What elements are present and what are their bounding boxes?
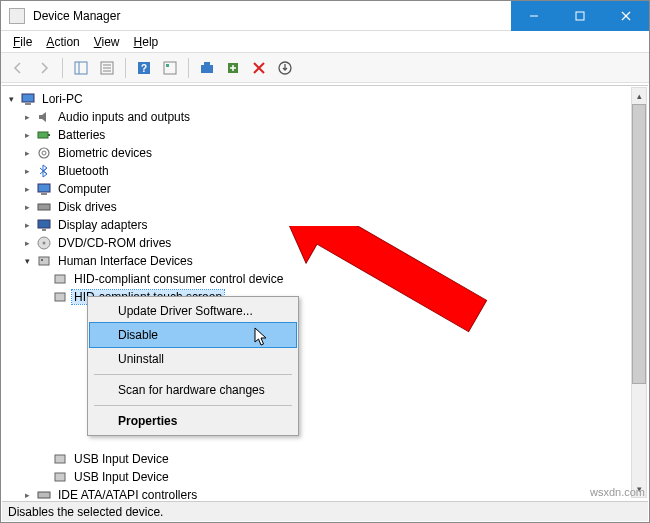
computer-icon (36, 181, 52, 197)
menu-uninstall[interactable]: Uninstall (90, 347, 296, 371)
menu-file[interactable]: File (7, 33, 38, 51)
disable-button[interactable] (248, 57, 270, 79)
tree-category-batteries[interactable]: Batteries (4, 126, 646, 144)
expand-icon[interactable] (20, 164, 34, 178)
uninstall-button[interactable] (274, 57, 296, 79)
ide-icon (36, 487, 52, 500)
svg-rect-25 (41, 193, 47, 195)
display-icon (36, 217, 52, 233)
menu-item-label: Properties (118, 414, 177, 428)
tree-category-ide[interactable]: IDE ATA/ATAPI controllers (4, 486, 646, 500)
svg-rect-18 (22, 94, 34, 102)
expand-icon[interactable] (20, 218, 34, 232)
computer-icon (20, 91, 36, 107)
svg-rect-13 (166, 64, 169, 67)
hid-device-icon (52, 271, 68, 287)
close-button[interactable] (603, 1, 649, 31)
svg-rect-21 (48, 134, 50, 136)
svg-rect-26 (38, 204, 50, 210)
svg-rect-28 (42, 229, 46, 231)
category-label: Audio inputs and outputs (56, 110, 192, 124)
expand-icon[interactable] (4, 92, 18, 106)
tree-category-bluetooth[interactable]: Bluetooth (4, 162, 646, 180)
tree-category-disk[interactable]: Disk drives (4, 198, 646, 216)
category-label: Disk drives (56, 200, 119, 214)
titlebar: Device Manager (1, 1, 649, 31)
expand-icon[interactable] (20, 488, 34, 500)
category-label: DVD/CD-ROM drives (56, 236, 173, 250)
svg-rect-4 (75, 62, 87, 74)
svg-text:?: ? (141, 63, 147, 74)
action-button[interactable] (159, 57, 181, 79)
show-hide-tree-button[interactable] (70, 57, 92, 79)
tree-device-usb-input[interactable]: USB Input Device (4, 450, 646, 468)
update-driver-button[interactable] (222, 57, 244, 79)
svg-rect-27 (38, 220, 50, 228)
device-label: HID-compliant consumer control device (72, 272, 285, 286)
help-button[interactable]: ? (133, 57, 155, 79)
scrollbar-thumb[interactable] (632, 104, 646, 384)
menubar: File Action View Help (1, 31, 649, 53)
watermark: wsxdn.com (590, 486, 645, 498)
tree-category-audio[interactable]: Audio inputs and outputs (4, 108, 646, 126)
expand-icon[interactable] (20, 182, 34, 196)
menu-view[interactable]: View (88, 33, 126, 51)
minimize-button[interactable] (511, 1, 557, 31)
biometric-icon (36, 145, 52, 161)
menu-action[interactable]: Action (40, 33, 85, 51)
back-button[interactable] (7, 57, 29, 79)
expand-icon[interactable] (20, 200, 34, 214)
device-label: USB Input Device (72, 452, 171, 466)
battery-icon (36, 127, 52, 143)
scroll-up-icon[interactable]: ▴ (632, 88, 646, 104)
category-label: IDE ATA/ATAPI controllers (56, 488, 199, 500)
device-label: USB Input Device (72, 470, 171, 484)
window-title: Device Manager (33, 9, 511, 23)
maximize-button[interactable] (557, 1, 603, 31)
menu-help[interactable]: Help (128, 33, 165, 51)
menu-properties[interactable]: Properties (90, 409, 296, 433)
menu-disable[interactable]: Disable (90, 323, 296, 347)
svg-point-23 (42, 151, 46, 155)
svg-rect-1 (576, 12, 584, 20)
app-icon (9, 8, 25, 24)
svg-rect-34 (55, 293, 65, 301)
category-label: Human Interface Devices (56, 254, 195, 268)
tree-category-biometric[interactable]: Biometric devices (4, 144, 646, 162)
menu-update-driver[interactable]: Update Driver Software... (90, 299, 296, 323)
svg-rect-36 (55, 473, 65, 481)
menu-item-label: Disable (118, 328, 158, 342)
hid-device-icon (52, 289, 68, 305)
category-label: Batteries (56, 128, 107, 142)
tree-category-hid[interactable]: Human Interface Devices (4, 252, 646, 270)
forward-button[interactable] (33, 57, 55, 79)
hid-device-icon (52, 451, 68, 467)
vertical-scrollbar[interactable]: ▴ ▾ (631, 87, 647, 498)
expand-icon[interactable] (20, 236, 34, 250)
expand-icon[interactable] (20, 128, 34, 142)
expand-icon[interactable] (20, 146, 34, 160)
svg-rect-35 (55, 455, 65, 463)
svg-rect-37 (38, 492, 50, 498)
tree-category-computer[interactable]: Computer (4, 180, 646, 198)
statusbar: Disables the selected device. (2, 501, 648, 521)
device-tree[interactable]: Lori-PC Audio inputs and outputs Batteri… (2, 85, 648, 500)
tree-category-dvd[interactable]: DVD/CD-ROM drives (4, 234, 646, 252)
context-menu: Update Driver Software... Disable Uninst… (87, 296, 299, 436)
properties-button[interactable] (96, 57, 118, 79)
toolbar-separator (62, 58, 63, 78)
svg-point-30 (43, 242, 46, 245)
menu-scan-hardware[interactable]: Scan for hardware changes (90, 378, 296, 402)
tree-root[interactable]: Lori-PC (4, 90, 646, 108)
tree-category-display[interactable]: Display adapters (4, 216, 646, 234)
expand-icon[interactable] (20, 254, 34, 268)
expand-icon[interactable] (20, 110, 34, 124)
menu-item-label: Update Driver Software... (118, 304, 253, 318)
scan-hardware-button[interactable] (196, 57, 218, 79)
hid-device-icon (52, 469, 68, 485)
menu-item-label: Scan for hardware changes (118, 383, 265, 397)
tree-device-consumer[interactable]: HID-compliant consumer control device (4, 270, 646, 288)
svg-rect-14 (201, 65, 213, 73)
svg-rect-33 (55, 275, 65, 283)
tree-device-usb-input[interactable]: USB Input Device (4, 468, 646, 486)
